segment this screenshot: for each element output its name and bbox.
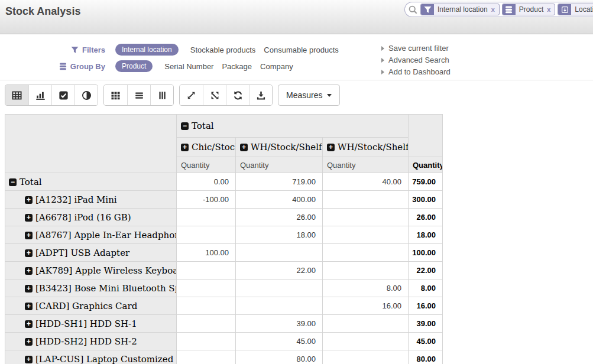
pivot-cell[interactable] xyxy=(323,191,409,209)
pivot-row-total[interactable]: 26.00 xyxy=(409,209,443,226)
row-header-adpt-usb-adapter[interactable]: [ADPT] USB Adapter xyxy=(5,244,177,262)
search-facet-location[interactable]: Locationx xyxy=(558,4,593,15)
pivot-cell[interactable]: 719.00 xyxy=(236,173,323,191)
pivot-cell[interactable] xyxy=(177,226,236,244)
pivot-row-total[interactable]: 39.00 xyxy=(409,315,443,333)
check-square-icon xyxy=(59,90,69,100)
row-header-lap-cus-laptop-customized[interactable]: [LAP-CUS] Laptop Customized xyxy=(5,350,177,364)
pivot-row-total[interactable]: 100.00 xyxy=(409,244,443,262)
search-facet-product[interactable]: Productx xyxy=(502,4,555,15)
pivot-cell[interactable]: 26.00 xyxy=(236,209,323,226)
pivot-cell[interactable] xyxy=(323,262,409,280)
col-header-total[interactable]: Total xyxy=(177,115,409,138)
groupby-option-package[interactable]: Package xyxy=(222,62,252,71)
pivot-cell[interactable] xyxy=(236,297,323,315)
row-header-hdd-sh2-hdd-sh-2[interactable]: [HDD-SH2] HDD SH-2 xyxy=(5,333,177,350)
pivot-cell[interactable] xyxy=(177,280,236,297)
pivot-cell[interactable]: 40.00 xyxy=(323,173,409,191)
pivot-cell[interactable] xyxy=(236,244,323,262)
view-grid-button[interactable] xyxy=(104,85,127,105)
col-header-wh-stock-shelf-1[interactable]: WH/Stock/Shelf 1 xyxy=(236,138,323,157)
action-save-current-filter[interactable]: Save current filter xyxy=(381,43,451,54)
pivot-row-total[interactable]: 8.00 xyxy=(409,280,443,297)
pivot-cell[interactable] xyxy=(323,315,409,333)
pivot-row-total[interactable]: 22.00 xyxy=(409,262,443,280)
pivot-cell[interactable]: 18.00 xyxy=(236,226,323,244)
action-advanced-search[interactable]: Advanced Search xyxy=(381,54,451,66)
pivot-cell[interactable]: 100.00 xyxy=(177,244,236,262)
filter-option-internal-location[interactable]: Internal location xyxy=(115,44,179,56)
plus-square-icon xyxy=(181,144,189,151)
pivot-cell[interactable] xyxy=(323,244,409,262)
facet-label: Location xyxy=(575,5,593,14)
row-header-total[interactable]: Total xyxy=(5,173,177,191)
pivot-corner-cell xyxy=(5,115,177,173)
top-header-bar: Stock Analysis Internal locationxProduct… xyxy=(0,0,593,34)
col-header-wh-stock-shelf-2[interactable]: WH/Stock/Shelf 2 xyxy=(323,138,409,157)
groupby-option-serial-number[interactable]: Serial Number xyxy=(164,62,213,71)
pivot-cell[interactable] xyxy=(323,226,409,244)
filter-option-consumable-products[interactable]: Consumable products xyxy=(264,46,338,54)
view-table-button[interactable] xyxy=(5,85,28,105)
pivot-cell[interactable] xyxy=(177,350,236,364)
view-expand-button[interactable] xyxy=(180,85,203,105)
row-header-a8767-apple-in-ear-headphones[interactable]: [A8767] Apple In-Ear Headphones xyxy=(5,226,177,244)
search-bar[interactable]: Internal locationxProductxLocationx xyxy=(404,2,593,17)
pivot-cell[interactable]: 400.00 xyxy=(236,191,323,209)
action-add-to-dashboard[interactable]: Add to Dashboard xyxy=(381,66,451,78)
pivot-cell[interactable]: 16.00 xyxy=(323,297,409,315)
view-adjust-button[interactable] xyxy=(74,85,98,105)
view-check-square-button[interactable] xyxy=(51,85,74,105)
pivot-cell[interactable] xyxy=(236,280,323,297)
download-icon xyxy=(256,90,266,100)
pivot-cell[interactable] xyxy=(323,333,409,350)
row-header-hdd-sh1-hdd-sh-1[interactable]: [HDD-SH1] HDD SH-1 xyxy=(5,315,177,333)
measure-header-total[interactable]: Quantity xyxy=(409,157,443,173)
view-arrows-button[interactable] xyxy=(203,85,226,105)
pivot-row-total[interactable]: 45.00 xyxy=(409,333,443,350)
measure-header-chic-stock[interactable]: Quantity xyxy=(177,157,236,173)
pivot-cell[interactable]: 0.00 xyxy=(177,173,236,191)
pivot-cell[interactable]: 22.00 xyxy=(236,262,323,280)
pivot-row-total[interactable]: 16.00 xyxy=(409,297,443,315)
view-refresh-button[interactable] xyxy=(226,85,249,105)
plus-square-icon xyxy=(25,232,33,239)
pivot-cell[interactable] xyxy=(177,297,236,315)
measure-header-shelf-1[interactable]: Quantity xyxy=(236,157,323,173)
pivot-cell[interactable]: 80.00 xyxy=(236,350,323,364)
view-rows-button[interactable] xyxy=(127,85,150,105)
measure-header-shelf-2[interactable]: Quantity xyxy=(323,157,409,173)
pivot-row-total[interactable]: 300.00 xyxy=(409,191,443,209)
pivot-cell[interactable] xyxy=(177,262,236,280)
facet-remove-icon[interactable]: x xyxy=(547,6,550,13)
row-header-card-graphics-card[interactable]: [CARD] Graphics Card xyxy=(5,297,177,315)
col-header-chic-stock[interactable]: Chic/Stock xyxy=(177,138,236,157)
row-header-b3423-bose-mini-bluetooth-speaker[interactable]: [B3423] Bose Mini Bluetooth Speaker xyxy=(5,280,177,297)
row-header-a6678-ipod-16-gb[interactable]: [A6678] iPod (16 GB) xyxy=(5,209,177,226)
search-facet-internal-location[interactable]: Internal locationx xyxy=(420,4,500,15)
facet-label: Product xyxy=(519,5,543,14)
view-bar-chart-button[interactable] xyxy=(28,85,51,105)
facet-remove-icon[interactable]: x xyxy=(491,6,495,13)
pivot-cell[interactable] xyxy=(177,333,236,350)
pivot-cell[interactable] xyxy=(177,315,236,333)
pivot-row-total[interactable]: 759.00 xyxy=(409,173,443,191)
pivot-cell[interactable]: 8.00 xyxy=(323,280,409,297)
groupby-option-company[interactable]: Company xyxy=(260,62,293,71)
pivot-cell[interactable] xyxy=(323,350,409,364)
view-columns-button[interactable] xyxy=(150,85,173,105)
row-header-a1232-ipad-mini[interactable]: [A1232] iPad Mini xyxy=(5,191,177,209)
row-header-ak789-apple-wireless-keyboard[interactable]: [AK789] Apple Wireless Keyboard xyxy=(5,262,177,280)
pivot-cell[interactable]: 39.00 xyxy=(236,315,323,333)
refresh-icon xyxy=(233,90,243,100)
measures-button[interactable]: Measures xyxy=(278,84,340,106)
view-download-button[interactable] xyxy=(249,85,272,105)
pivot-cell[interactable]: -100.00 xyxy=(177,191,236,209)
pivot-cell[interactable] xyxy=(323,209,409,226)
pivot-cell[interactable] xyxy=(177,209,236,226)
pivot-cell[interactable]: 45.00 xyxy=(236,333,323,350)
pivot-row-total[interactable]: 18.00 xyxy=(409,226,443,244)
filter-option-stockable-products[interactable]: Stockable products xyxy=(190,46,256,54)
groupby-option-product[interactable]: Product xyxy=(115,60,153,72)
pivot-row-total[interactable]: 80.00 xyxy=(409,350,443,364)
